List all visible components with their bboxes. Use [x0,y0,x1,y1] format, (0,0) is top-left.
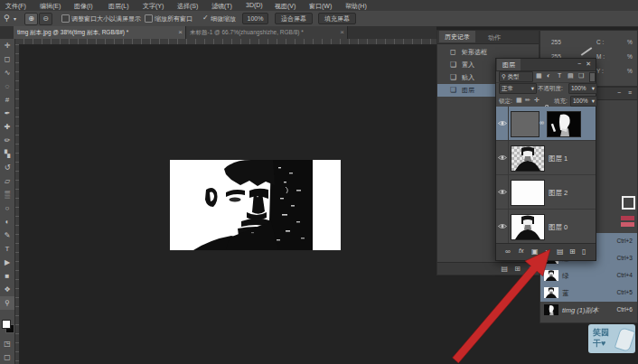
zoom-all-windows-checkbox[interactable] [145,14,153,23]
layer-row[interactable]: 图层 2 [496,175,596,210]
lock-position-icon[interactable]: ✛ [534,97,539,104]
menu-image[interactable]: 图像(I) [74,2,93,11]
swatch-white-icon[interactable] [622,196,635,210]
document-tab-active[interactable]: timg 副本.jpg @ 38%(timg 副本, RGB/8#) * × [14,26,186,39]
zoom-tool[interactable]: ⚲ [0,296,14,310]
menu-file[interactable]: 文件(F) [5,2,26,11]
dodge-tool[interactable]: ◐ [0,215,14,229]
screen-mode-icon[interactable]: ▢ [0,350,14,364]
zoom-tool-icon[interactable]: ⚲ [4,14,10,23]
add-layer-mask-icon[interactable]: ▣ [531,247,539,256]
canvas-image[interactable] [170,160,341,250]
link-layers-icon[interactable]: ∞ [505,247,511,256]
blend-mode-select[interactable]: 正常 ▾ [499,83,537,94]
zoom-in-button[interactable]: ⊕ [24,13,38,25]
quick-mask-icon[interactable]: ◳ [0,337,14,350]
fill-select[interactable]: 100% ▾ [570,96,597,107]
filter-kind-pixel-icon[interactable]: ▦ [536,72,542,79]
new-group-icon[interactable]: ▤ [557,247,564,256]
channel-row-green[interactable]: 绿 Ctrl+4 [540,267,637,285]
swatch-pink-bar-icon[interactable] [621,222,634,227]
channel-row-blue[interactable]: 蓝 Ctrl+5 [540,285,637,302]
new-layer-icon[interactable]: ⊞ [569,247,576,256]
filter-kind-adjust-icon[interactable]: ◐ [547,72,550,79]
tool-dropdown-icon[interactable]: ▾ [14,15,16,22]
hand-tool[interactable]: ❖ [0,283,14,296]
menu-layer[interactable]: 图层(L) [108,2,129,11]
eraser-tool[interactable]: ▱ [0,174,14,188]
tab-history[interactable]: 历史记录 [439,31,475,42]
layer-row[interactable]: 图层 0 [496,210,596,244]
menu-edit[interactable]: 编辑(E) [40,2,61,11]
visibility-toggle[interactable] [496,210,509,243]
visibility-toggle[interactable] [496,107,509,140]
blur-tool[interactable]: ○ [0,201,14,215]
panel-collapse-icon[interactable]: − [617,89,621,96]
menu-window[interactable]: 窗口(W) [309,2,332,11]
visibility-toggle[interactable] [496,175,509,209]
new-adjustment-layer-icon[interactable]: ◑ [544,247,549,256]
marquee-tool[interactable]: ◻ [0,52,14,66]
path-select-tool[interactable]: ▶ [0,256,14,269]
resize-windows-checkbox[interactable] [61,14,70,23]
delete-state-icon[interactable]: ▯ [530,265,533,273]
shape-tool[interactable]: ■ [0,269,14,283]
menu-help[interactable]: 帮助(H) [345,2,367,11]
layer-style-fx-icon[interactable]: fx [519,247,523,254]
document-tab-inactive[interactable]: 未标题-1 @ 66.7%(zhuangshizhe, RGB/8) * × [186,26,348,39]
zoom-100-button[interactable]: 100% [242,13,268,24]
pen-tool[interactable]: ✎ [0,229,14,242]
healing-brush-tool[interactable]: ✚ [0,120,14,134]
channel-shortcut: Ctrl+4 [616,272,633,278]
clone-stamp-tool[interactable]: ▚ [0,147,14,161]
menu-select[interactable]: 选择(S) [177,2,198,11]
layer-thumbnail[interactable] [511,180,545,206]
history-options-icon[interactable]: ▤ [501,265,508,273]
tab-layers[interactable]: 图层 [497,59,521,70]
new-snapshot-icon[interactable]: ⊞ [514,265,521,273]
channel-row-alpha[interactable]: timg (1)副本 Ctrl+6 [540,302,637,319]
opacity-select[interactable]: 100% ▾ [568,83,597,94]
filter-toggle[interactable] [589,72,596,82]
panel-close-icon[interactable]: ✕ [586,61,591,68]
foreground-color-swatch[interactable] [2,320,11,329]
menu-view[interactable]: 视图(V) [275,2,296,11]
zoom-out-button[interactable]: ⊖ [39,13,52,25]
close-tab-icon[interactable]: × [178,28,183,36]
layer-thumbnail[interactable] [511,145,545,172]
panel-collapse-icon[interactable]: − [577,61,581,67]
visibility-toggle[interactable] [496,141,509,174]
menu-type[interactable]: 文字(Y) [143,2,164,11]
layer-thumbnail-noise[interactable] [511,111,539,137]
history-brush-tool[interactable]: ↺ [0,161,14,174]
fill-screen-button[interactable]: 填充屏幕 [318,13,356,24]
scrubby-zoom-check-icon[interactable]: ✓ [202,14,209,22]
fit-screen-button[interactable]: 适合屏幕 [275,13,313,24]
filter-kind-type-icon[interactable]: T [558,72,561,79]
delete-layer-icon[interactable]: ▯ [582,247,586,256]
lock-pixels-icon[interactable]: ✏ [525,97,530,104]
history-step[interactable]: ◻ 矩形选框 [437,46,539,59]
move-tool[interactable]: ✛ [0,39,14,52]
layer-thumbnail[interactable] [511,214,545,240]
brush-tool[interactable]: ✏ [0,134,14,147]
lock-transparent-icon[interactable]: ▦ [516,97,522,104]
menu-filter[interactable]: 滤镜(T) [211,2,232,11]
gradient-tool[interactable]: ▒ [0,188,14,201]
lasso-tool[interactable]: ∿ [0,66,14,79]
panel-menu-icon[interactable]: ≡ [628,89,632,96]
type-tool[interactable]: T [0,242,14,256]
filter-kind-shape-icon[interactable]: ▤ [568,72,574,79]
crop-tool[interactable]: # [0,93,14,107]
layer-row[interactable]: 图层 1 [496,141,596,175]
quick-select-tool[interactable]: ◌ [0,79,14,93]
layer-mask-thumbnail[interactable] [547,111,581,137]
menu-3d[interactable]: 3D(D) [246,2,263,8]
close-tab-icon[interactable]: × [340,28,344,36]
eyedropper-tool[interactable]: ✒ [0,107,14,120]
filter-kind-smart-icon[interactable]: ❏ [578,72,584,79]
swatch-red-bar-icon[interactable] [621,216,634,220]
tab-actions[interactable]: 动作 [488,33,501,42]
layer-row-selected[interactable]: ∞ [496,107,596,141]
layer-filter-select[interactable]: ⚲ 类型 [499,71,533,82]
